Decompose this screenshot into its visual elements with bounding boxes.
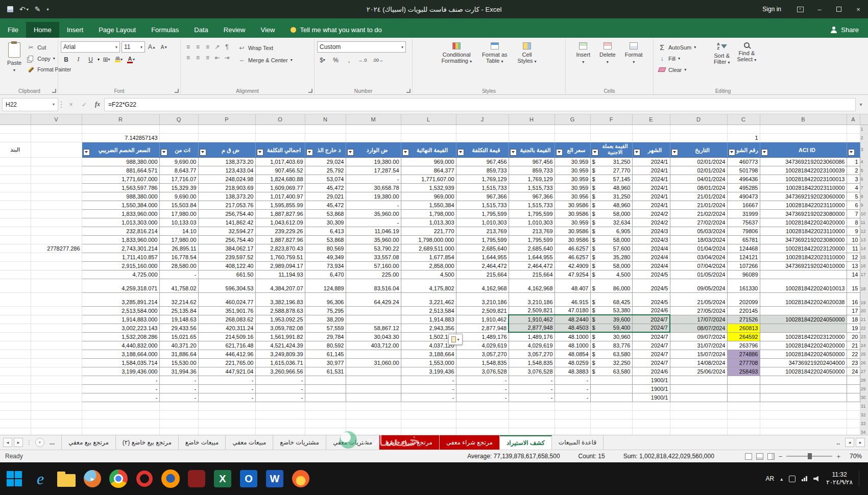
cell[interactable] — [255, 428, 305, 435]
cell[interactable] — [0, 410, 31, 419]
borders-button[interactable]: ⊞▾ — [101, 54, 112, 65]
cell[interactable] — [31, 393, 82, 402]
cell[interactable]: 15/07/2024 — [670, 350, 727, 358]
cell[interactable]: 988,380.000 — [82, 192, 159, 201]
align-top-button[interactable]: ≡ — [186, 43, 190, 51]
cell[interactable]: 4,440,832.000 — [82, 341, 159, 350]
row-header[interactable]: 21 — [860, 315, 868, 324]
cell[interactable]: 967,456 — [456, 157, 509, 166]
cell[interactable]: 3,076,528 — [456, 367, 509, 376]
cell[interactable] — [760, 419, 847, 428]
cell[interactable]: 2024/1 — [632, 183, 670, 192]
column-header[interactable]: F — [590, 114, 632, 125]
cell[interactable]: 3,285,891.214 — [82, 292, 159, 306]
cell[interactable] — [554, 419, 590, 428]
table-header-r[interactable]: السعر الخصم الضريبي — [82, 142, 159, 157]
font-size-select[interactable]: 11▾ — [122, 41, 145, 53]
cell[interactable]: 64,429.24 — [346, 292, 401, 306]
row-header[interactable]: 22 — [860, 324, 868, 332]
cell[interactable]: 04/01/2024 — [670, 175, 727, 183]
cell[interactable] — [456, 410, 509, 419]
format-as-table-button[interactable]: Format asTable ▾ — [478, 40, 511, 86]
cell[interactable]: 24 — [847, 367, 860, 376]
cell[interactable] — [727, 419, 760, 428]
cell[interactable]: 96,306 — [305, 292, 346, 306]
cell[interactable]: 30.959 — [554, 157, 590, 166]
cell[interactable]: 1,711,410.857 — [82, 253, 159, 261]
decrease-font-button[interactable]: A▼ — [159, 42, 170, 53]
cell[interactable] — [82, 410, 159, 419]
cell[interactable]: 83,516.04 — [346, 279, 401, 292]
cell[interactable]: 1,914,883.000 — [82, 315, 159, 324]
cell[interactable]: 45,472 — [305, 183, 346, 192]
tray-app-icon[interactable] — [789, 476, 795, 482]
cell[interactable] — [346, 419, 401, 428]
table-header-f[interactable]: القيمة بعملة الاجنبية — [590, 142, 632, 157]
table-header-o[interactable]: اجمالي التكلفة — [255, 142, 305, 157]
cell[interactable]: 48.1000 — [554, 341, 590, 350]
row-header[interactable]: 10 — [860, 209, 868, 218]
cell[interactable]: 2,685,640 — [456, 244, 509, 253]
row-header[interactable]: 5 — [860, 166, 868, 175]
cell[interactable] — [305, 376, 346, 384]
cell[interactable] — [305, 133, 346, 142]
cell[interactable]: 10 — [847, 235, 860, 244]
cell[interactable]: 1,644,955 — [456, 253, 509, 261]
cell[interactable] — [31, 376, 82, 384]
cell[interactable]: 1,013,303 — [401, 218, 456, 227]
cell[interactable]: 3473692192023060000 — [760, 192, 847, 201]
ribbon-tab-formulas[interactable]: Formulas — [143, 22, 186, 38]
comma-style-button[interactable]: , — [344, 55, 354, 65]
cell[interactable] — [346, 393, 401, 402]
filter-button[interactable] — [848, 149, 855, 156]
cell[interactable]: - — [255, 384, 305, 393]
cell[interactable]: 3473692192023080000 — [760, 209, 847, 218]
cell[interactable]: 1002818422023110000 — [760, 227, 847, 235]
cell[interactable] — [632, 428, 670, 435]
formula-input[interactable]: =F22*G22 — [104, 98, 856, 111]
cell[interactable]: 3,199,436 — [401, 367, 456, 376]
cell[interactable]: 264592 — [727, 332, 760, 341]
cell[interactable]: 221,770 — [401, 227, 456, 235]
row-header[interactable]: 28 — [860, 376, 868, 384]
cell[interactable]: 30.9586 — [554, 209, 590, 218]
cell[interactable]: 09/07/2024 — [670, 332, 727, 341]
cell[interactable]: 4,521,424.39 — [255, 341, 305, 350]
cell[interactable] — [305, 125, 346, 133]
cell[interactable]: 3,188,664 — [401, 350, 456, 358]
cell[interactable] — [0, 175, 31, 183]
cell[interactable]: 48.407 — [554, 279, 590, 292]
cell[interactable] — [31, 218, 82, 227]
cell[interactable]: - — [509, 384, 554, 393]
cell[interactable]: 2024/7 — [632, 350, 670, 358]
cell[interactable] — [31, 306, 82, 315]
cell[interactable]: 18 — [847, 315, 860, 324]
outlook-taskbar-button[interactable]: O — [237, 466, 260, 491]
word-taskbar-button[interactable]: W — [263, 466, 286, 491]
cell[interactable] — [31, 410, 82, 419]
media-player-taskbar-button[interactable]: ▸ — [81, 466, 104, 491]
sheet-tab-5[interactable]: مشتريات معفي — [326, 435, 379, 450]
cell[interactable]: 3,382,196.83 — [255, 292, 305, 306]
cell[interactable]: - — [346, 218, 401, 227]
cell[interactable]: 161330 — [727, 279, 760, 292]
cell[interactable] — [760, 428, 847, 435]
cell[interactable] — [760, 410, 847, 419]
cell[interactable]: - — [198, 376, 255, 384]
cell[interactable] — [590, 125, 632, 133]
cell[interactable]: 1,548,835 — [509, 358, 554, 367]
cell[interactable]: 13 — [847, 261, 860, 270]
cell[interactable]: 31,994.36 — [159, 367, 198, 376]
redo-button[interactable]: ✎ — [35, 5, 41, 13]
cell[interactable]: 1,953,092.25 — [255, 315, 305, 324]
cell[interactable] — [847, 133, 860, 142]
row-header[interactable]: 27 — [860, 367, 868, 376]
cell[interactable]: 2,513,584.000 — [82, 306, 159, 315]
cell[interactable]: 96089 — [727, 270, 760, 279]
cell[interactable] — [727, 384, 760, 393]
row-header[interactable]: 4 — [860, 157, 868, 166]
share-button[interactable]: Share — [821, 22, 868, 38]
cell[interactable]: 1,553,000 — [401, 358, 456, 367]
cell[interactable] — [760, 384, 847, 393]
cell[interactable] — [31, 133, 82, 142]
